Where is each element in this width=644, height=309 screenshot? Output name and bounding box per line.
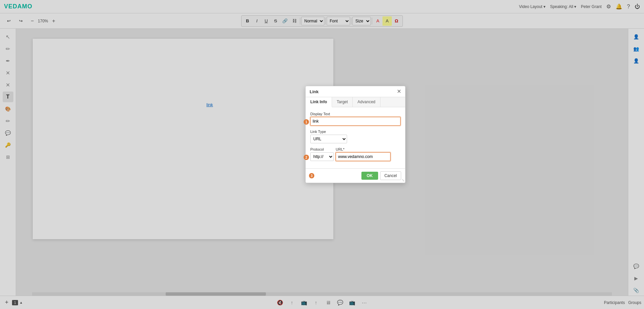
ok-button[interactable]: OK [361,172,378,180]
display-text-input[interactable] [310,117,400,126]
modal-overlay: Link ✕ Link Info Target Advanced 1 Displ… [0,0,644,309]
dialog-tabs: Link Info Target Advanced [306,97,405,107]
dialog-close-button[interactable]: ✕ [397,89,401,94]
link-type-group: Link Type URL [310,130,400,143]
protocol-url-group: 2 Protocol http:// URL* [310,147,400,161]
protocol-select[interactable]: http:// [310,152,334,161]
tab-link-info[interactable]: Link Info [306,97,332,107]
link-type-select[interactable]: URL [310,135,347,143]
display-text-label: Display Text [310,112,400,116]
protocol-url-row: Protocol http:// URL* [310,147,400,161]
tab-advanced[interactable]: Advanced [353,97,380,107]
dialog-footer: 3 OK Cancel ⤡ [306,168,405,183]
dialog-body: 1 Display Text Link Type URL 2 Protocol … [306,107,405,168]
url-label: URL* [336,147,400,151]
cancel-button[interactable]: Cancel [380,171,401,180]
step-badge-2: 2 [304,155,309,160]
step-badge-1: 1 [304,119,309,125]
url-input[interactable] [336,152,390,161]
resize-handle-icon[interactable]: ⤡ [402,178,405,182]
dialog-header: Link ✕ [306,86,405,97]
dialog-title: Link [310,89,319,94]
url-group: URL* [336,147,400,161]
link-dialog: Link ✕ Link Info Target Advanced 1 Displ… [305,86,406,183]
tab-target[interactable]: Target [332,97,353,107]
step-badge-3: 3 [309,173,314,178]
link-type-label: Link Type [310,130,400,134]
protocol-group: Protocol http:// [310,147,334,161]
protocol-label: Protocol [310,147,334,151]
display-text-group: 1 Display Text [310,112,400,126]
